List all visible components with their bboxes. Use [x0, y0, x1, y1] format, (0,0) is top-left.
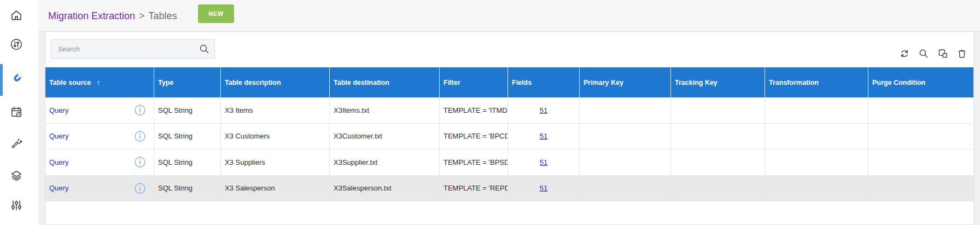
refresh-icon[interactable]	[899, 48, 911, 60]
layers-icon	[9, 169, 24, 183]
tracking-key-cell	[671, 149, 765, 176]
column-header-primary-key[interactable]: Primary Key	[580, 67, 671, 97]
table-source-cell: Query	[45, 176, 154, 202]
sidebar-item-extraction[interactable]	[9, 72, 24, 86]
transformation-cell	[765, 176, 868, 202]
breadcrumb-separator: >	[139, 10, 145, 22]
transformation-cell	[765, 97, 868, 124]
breadcrumb-current-page: Tables	[149, 10, 177, 22]
magic-wand-icon	[9, 136, 24, 151]
home-icon	[9, 8, 24, 22]
transformation-cell	[765, 124, 868, 150]
query-link[interactable]: Query	[49, 106, 68, 114]
sidebar-item-tuning[interactable]	[9, 198, 24, 212]
sidebar-item-schedule[interactable]	[9, 105, 24, 119]
column-header-filter[interactable]: Filter	[440, 67, 508, 97]
search-icon[interactable]	[918, 48, 930, 60]
new-button[interactable]: NEW	[198, 4, 234, 23]
type-cell: SQL String	[154, 124, 221, 150]
filter-cell: TEMPLATE = 'BPSDS'	[440, 149, 508, 176]
column-header-table-destination[interactable]: Table destination	[330, 67, 440, 97]
column-header-transformation[interactable]: Transformation	[765, 67, 868, 97]
magnet-icon	[9, 72, 24, 86]
column-header-table-source[interactable]: Table source ↑	[45, 67, 154, 97]
fields-count-link[interactable]: 51	[540, 184, 547, 192]
breadcrumb: Migration Extraction > Tables	[48, 0, 177, 32]
sidebar	[0, 0, 38, 225]
table-destination-cell: X3Salesperson.txt	[330, 176, 440, 202]
fields-cell: 51	[508, 176, 580, 202]
table-row[interactable]: Query SQL String X3 Items X3Items.txt TE…	[45, 97, 973, 124]
grid-toolbar	[899, 48, 968, 60]
tables-grid: Table source ↑ Type Table description Ta…	[45, 67, 973, 201]
tracking-key-cell	[671, 124, 765, 150]
fields-count-link[interactable]: 51	[540, 106, 547, 114]
table-source-cell: Query	[45, 97, 154, 124]
purge-condition-cell	[868, 124, 973, 150]
column-header-type[interactable]: Type	[154, 67, 221, 97]
type-cell: SQL String	[154, 176, 221, 202]
table-description-cell: X3 Suppliers	[221, 149, 330, 176]
table-destination-cell: X3Customer.txt	[330, 124, 440, 150]
fields-count-link[interactable]: 51	[540, 158, 547, 166]
table-row[interactable]: Query SQL String X3 Suppliers X3Supplier…	[45, 149, 973, 176]
table-description-cell: X3 Customers	[221, 124, 330, 150]
grid-header-row: Table source ↑ Type Table description Ta…	[45, 67, 973, 97]
column-header-tracking-key[interactable]: Tracking Key	[671, 67, 765, 97]
table-description-cell: X3 Items	[221, 97, 330, 124]
duplicate-icon[interactable]	[937, 48, 949, 60]
calendar-clock-icon	[9, 105, 24, 119]
primary-key-cell	[580, 149, 671, 176]
filter-cell: TEMPLATE = 'REPDS'	[440, 176, 508, 202]
transfer-icon	[9, 37, 24, 51]
sliders-icon	[9, 198, 24, 212]
search-box	[51, 39, 215, 59]
fields-cell: 51	[508, 97, 580, 124]
fields-cell: 51	[508, 149, 580, 176]
column-header-purge-condition[interactable]: Purge Condition	[868, 67, 973, 97]
search-icon	[198, 43, 211, 57]
info-icon[interactable]	[135, 131, 145, 142]
primary-key-cell	[580, 124, 671, 150]
type-cell: SQL String	[154, 149, 221, 176]
info-icon[interactable]	[135, 183, 145, 194]
column-header-fields[interactable]: Fields	[508, 67, 580, 97]
query-link[interactable]: Query	[49, 132, 68, 140]
table-destination-cell: X3Supplier.txt	[330, 149, 440, 176]
info-icon[interactable]	[135, 157, 145, 168]
info-icon[interactable]	[135, 105, 145, 116]
purge-condition-cell	[868, 176, 973, 202]
sort-ascending-icon: ↑	[96, 78, 100, 87]
table-row[interactable]: Query SQL String X3 Customers X3Customer…	[45, 124, 973, 150]
fields-cell: 51	[508, 124, 580, 150]
table-source-cell: Query	[45, 149, 154, 176]
fields-count-link[interactable]: 51	[540, 132, 547, 140]
active-item-indicator	[0, 64, 3, 96]
top-bar: Migration Extraction > Tables NEW	[38, 0, 980, 32]
tracking-key-cell	[671, 97, 765, 124]
sidebar-item-home[interactable]	[9, 8, 24, 22]
sidebar-item-transfer[interactable]	[9, 37, 24, 51]
table-source-cell: Query	[45, 124, 154, 150]
purge-condition-cell	[868, 97, 973, 124]
sidebar-item-wizard[interactable]	[9, 136, 24, 151]
table-description-cell: X3 Salesperson	[221, 176, 330, 202]
query-link[interactable]: Query	[49, 158, 68, 166]
query-link[interactable]: Query	[49, 184, 68, 192]
column-header-table-description[interactable]: Table description	[221, 67, 330, 97]
primary-key-cell	[580, 97, 671, 124]
primary-key-cell	[580, 176, 671, 202]
filter-cell: TEMPLATE = 'BPCDS'	[440, 124, 508, 150]
search-input[interactable]	[51, 39, 215, 59]
breadcrumb-section-link[interactable]: Migration Extraction	[48, 10, 135, 22]
table-row-selected[interactable]: Query SQL String X3 Salesperson X3Salesp…	[45, 176, 973, 202]
table-destination-cell: X3Items.txt	[330, 97, 440, 124]
tracking-key-cell	[671, 176, 765, 202]
transformation-cell	[765, 149, 868, 176]
tables-grid-panel: Table source ↑ Type Table description Ta…	[45, 32, 974, 225]
type-cell: SQL String	[154, 97, 221, 124]
purge-condition-cell	[868, 149, 973, 176]
sidebar-item-layers[interactable]	[9, 169, 24, 183]
delete-icon[interactable]	[956, 48, 968, 60]
filter-cell: TEMPLATE = 'ITMDS'	[440, 97, 508, 124]
